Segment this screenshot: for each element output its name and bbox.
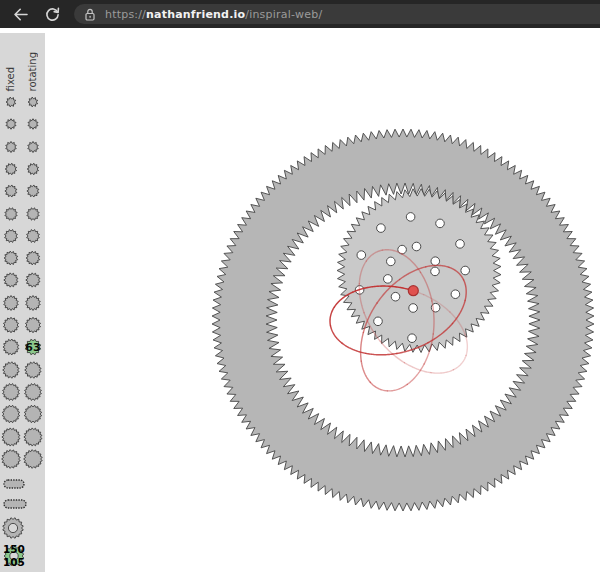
rotating-gear-option[interactable] [22,381,44,403]
rotating-gear-option[interactable] [22,136,44,158]
gear-option-row [0,180,45,202]
selected-fixed-teeth: 150105 [3,543,25,569]
fixed-gear-option[interactable] [0,180,22,202]
rotating-gear-option[interactable] [22,359,44,381]
gear-icon [22,158,44,180]
pen-hole[interactable] [387,257,396,266]
fixed-gear-option[interactable] [0,448,22,470]
gear-icon [22,403,44,425]
gear-option-row [0,225,45,247]
url-text: https://nathanfriend.io/inspiral-web/ [105,8,322,21]
rotating-gear-option[interactable] [22,448,44,470]
fixed-gear-option[interactable] [0,247,22,269]
pen-hole[interactable] [409,304,418,313]
fixed-gear-option[interactable] [0,113,22,135]
gear-icon [22,426,44,448]
rotating-gear-option[interactable] [22,426,44,448]
gear-icon [22,203,44,225]
rotating-gear-option[interactable] [22,314,44,336]
gear-option-row [0,314,45,336]
pen-hole[interactable] [436,219,445,228]
pen-hole[interactable] [384,275,393,284]
fixed-gear-option[interactable] [0,381,22,403]
url-domain: nathanfriend.io [146,8,245,21]
gear-icon [22,269,44,291]
bar-icon [2,477,28,491]
pen-hole[interactable] [451,290,460,299]
rotating-gear-option[interactable] [22,91,44,113]
bar-icon [2,497,28,511]
pen-hole[interactable] [412,242,421,251]
gear-icon [0,314,22,336]
gear-icon [22,113,44,135]
fixed-gear-option[interactable] [0,292,22,314]
gear-icon [22,247,44,269]
pen-hole[interactable] [357,251,366,260]
fixed-bar-option[interactable] [0,473,30,495]
browser-toolbar: https://nathanfriend.io/inspiral-web/ [0,0,600,28]
fixed-gear-option[interactable] [0,336,22,358]
pen-hole[interactable] [456,240,465,249]
back-arrow-icon [12,6,29,23]
gear-option-row [0,425,45,447]
fixed-gear-option[interactable] [0,426,22,448]
pen-hole[interactable] [408,334,417,343]
gear-option-row [0,292,45,314]
rotating-gear-option[interactable] [22,203,44,225]
fixed-gear-option[interactable] [0,158,22,180]
pen-hole[interactable] [406,213,415,222]
pen-hole[interactable] [391,292,400,301]
fixed-gear-option[interactable] [0,269,22,291]
spirograph-canvas[interactable] [0,0,600,572]
pen-hole[interactable] [377,224,386,233]
pen-hole[interactable] [461,266,470,275]
rotating-gear-option[interactable] [22,225,44,247]
gear-icon [0,292,22,314]
rotating-gear-option[interactable] [22,247,44,269]
gear-icon [22,314,44,336]
fixed-bar-option[interactable] [0,493,30,515]
gear-icon [22,91,44,113]
column-headers: fixed rotating [0,43,45,91]
address-bar[interactable]: https://nathanfriend.io/inspiral-web/ [74,4,600,24]
gear-icon [0,359,22,381]
gear-icon [22,359,44,381]
pen-hole[interactable] [374,317,383,326]
fixed-gear-option[interactable] [0,314,22,336]
gear-option-row: 63 [0,336,45,358]
fixed-gear-option[interactable] [0,91,22,113]
fixed-gear-option[interactable] [0,359,22,381]
gear-icon [0,381,22,403]
fixed-gear-option[interactable] [0,403,22,425]
rotating-gear-option[interactable] [22,158,44,180]
rotating-gear-option[interactable] [22,403,44,425]
rotating-gear-option[interactable] [22,180,44,202]
gear-icon [0,448,22,470]
gear-icon [0,113,22,135]
rotating-gear-option-selected[interactable]: 63 [22,336,44,358]
fixed-ring-option-selected[interactable]: 150105 [0,542,45,572]
pen-hole[interactable] [431,267,440,276]
url-path: /inspiral-web/ [245,8,322,21]
gear-icon [0,426,22,448]
gear-option-row [0,202,45,224]
refresh-button[interactable] [40,2,64,26]
ring-gear-icon [1,516,25,540]
gear-icon [22,225,44,247]
gear-option-row [0,136,45,158]
fixed-gear-option[interactable] [0,203,22,225]
pen-hole[interactable] [431,257,440,266]
gear-option-row [0,91,45,113]
fixed-gear-option[interactable] [0,225,22,247]
back-button[interactable] [8,2,32,26]
gear-option-row [0,158,45,180]
rotating-gear-option[interactable] [22,292,44,314]
gear-icon [0,91,22,113]
fixed-ring-option[interactable] [0,517,26,539]
rotating-gear-option[interactable] [22,113,44,135]
gear-icon [22,381,44,403]
bar-option-row [0,474,45,494]
fixed-gear-option[interactable] [0,136,22,158]
pen-point[interactable] [408,286,418,296]
rotating-gear-option[interactable] [22,269,44,291]
